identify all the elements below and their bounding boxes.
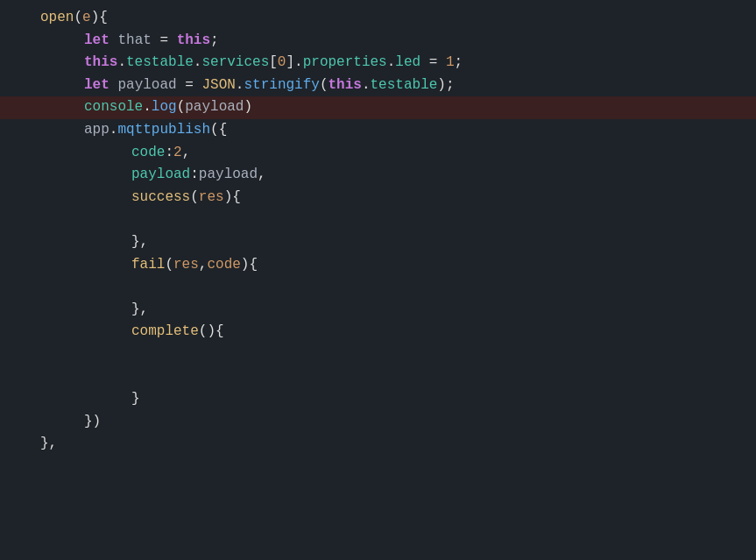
code-line-6: app.mqttpublish({: [0, 119, 756, 142]
token: },: [40, 433, 57, 456]
token: 0: [278, 52, 286, 74]
token: app: [84, 119, 110, 142]
token: console: [84, 96, 143, 119]
token: (: [74, 7, 82, 30]
token: testable: [126, 52, 194, 74]
code-line-5: console.log(payload): [0, 96, 756, 119]
token: let: [84, 74, 110, 97]
token: code: [207, 254, 240, 277]
token: code: [131, 142, 165, 165]
token: payload: [117, 74, 176, 97]
code-line-2: let that = this;: [0, 30, 756, 53]
code-line-13: [0, 276, 756, 299]
code-line-12: fail(res,code){: [0, 254, 756, 277]
code-line-16: [0, 344, 756, 366]
token: .: [110, 119, 118, 142]
token: :: [165, 142, 173, 165]
token: fail: [131, 254, 165, 277]
token: ].: [286, 52, 302, 74]
token: ;: [210, 30, 219, 53]
token: services: [201, 52, 269, 74]
token: let: [84, 30, 110, 53]
code-line-18: }: [0, 388, 756, 411]
code-line-4: let payload = JSON.stringify(this.testab…: [0, 74, 756, 97]
token: }): [84, 411, 101, 434]
token: log: [152, 96, 177, 119]
token: payload: [185, 96, 244, 119]
token: payload: [199, 164, 258, 187]
token: ){: [224, 187, 241, 209]
code-line-11: },: [0, 231, 756, 254]
token: ({: [210, 119, 227, 142]
token: ){: [241, 254, 258, 277]
token: this: [177, 30, 210, 53]
token: this: [329, 74, 362, 97]
token: =: [177, 74, 202, 97]
token: ,: [258, 164, 266, 187]
token: .: [194, 52, 202, 74]
token: (: [165, 254, 173, 277]
token: ,: [182, 142, 191, 165]
token: [110, 74, 118, 97]
code-editor: open(e){ let that = this; this.testable.…: [0, 0, 756, 560]
code-line-8: payload:payload,: [0, 164, 756, 187]
code-line-3: this.testable.services[0].properties.led…: [0, 52, 756, 74]
token: (: [320, 74, 329, 97]
token: .: [117, 52, 126, 74]
token: this: [84, 52, 117, 74]
code-line-7: code:2,: [0, 142, 756, 165]
token: e: [82, 7, 91, 30]
token: }: [131, 388, 140, 411]
token: ){: [91, 7, 108, 30]
token: =: [420, 52, 446, 74]
token: =: [152, 30, 177, 53]
code-line-1: open(e){: [0, 7, 756, 30]
code-line-20: },: [0, 433, 756, 456]
token: ;: [455, 52, 463, 74]
code-line-9: success(res){: [0, 187, 756, 209]
token: testable: [371, 74, 438, 97]
token: );: [437, 74, 454, 97]
code-line-10: [0, 209, 756, 231]
code-line-14: },: [0, 299, 756, 322]
token: [: [269, 52, 278, 74]
token: JSON: [201, 74, 235, 97]
token: (: [177, 96, 186, 119]
code-line-17: [0, 366, 756, 389]
token: .: [143, 96, 152, 119]
token: (){: [199, 321, 224, 344]
token: complete: [131, 321, 199, 344]
code-line-15: complete(){: [0, 321, 756, 344]
token: .: [236, 74, 244, 97]
token: res: [173, 254, 199, 277]
token: (: [190, 187, 199, 209]
token: 1: [446, 52, 455, 74]
token: .: [362, 74, 371, 97]
token: [110, 30, 118, 53]
token: success: [131, 187, 190, 209]
token: res: [199, 187, 224, 209]
token: stringify: [244, 74, 319, 97]
token: },: [131, 231, 148, 254]
token: },: [131, 299, 148, 322]
token: open: [40, 7, 74, 30]
token: led: [395, 52, 420, 74]
token: ): [244, 96, 252, 119]
token: payload: [131, 164, 190, 187]
token: .: [387, 52, 396, 74]
token: 2: [173, 142, 182, 165]
token: that: [117, 30, 151, 53]
token: mqttpublish: [117, 119, 210, 142]
token: properties: [303, 52, 387, 74]
token: :: [190, 164, 199, 187]
code-line-19: }): [0, 411, 756, 434]
token: ,: [199, 254, 208, 277]
